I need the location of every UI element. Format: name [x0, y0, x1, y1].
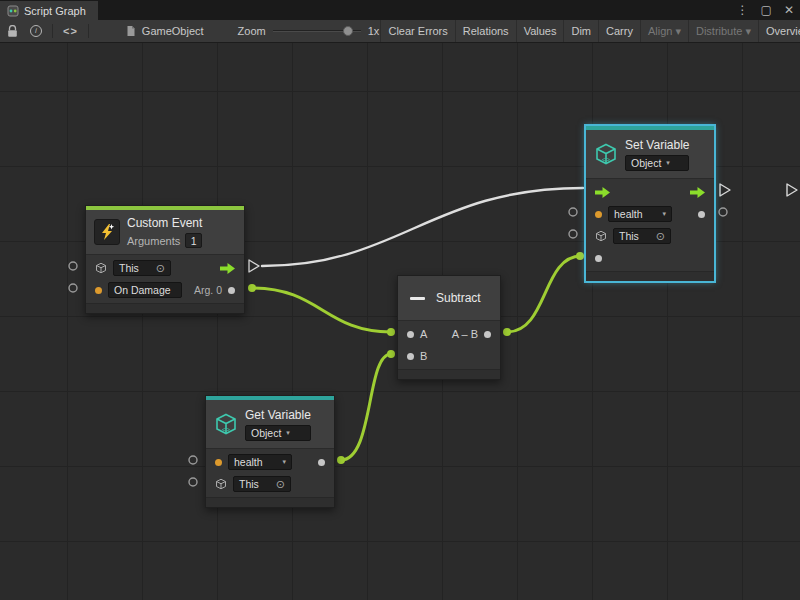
port-row-name: health ▾	[206, 451, 334, 473]
port-row-name: health ▾	[586, 203, 714, 225]
toolbar-button-align: Align ▾	[640, 20, 688, 43]
port-b-dot[interactable]	[407, 353, 414, 360]
port-value-in-dot[interactable]	[595, 255, 602, 262]
port-getvariable-out[interactable]	[337, 456, 345, 464]
node-title: Set Variable	[625, 138, 689, 152]
wire-flow-customevent-setvariable	[262, 188, 583, 266]
port-a-label: A	[420, 328, 427, 340]
toolbar-separator	[88, 24, 89, 38]
ghost-port[interactable]	[569, 208, 577, 216]
panel-menu-icon[interactable]: ⋮	[737, 2, 749, 18]
subtract-icon	[410, 297, 425, 300]
ghost-port[interactable]	[189, 478, 197, 486]
ghost-port[interactable]	[719, 208, 727, 216]
cube-icon	[95, 262, 107, 274]
port-subtract-a-in[interactable]	[387, 328, 395, 336]
this-value: This	[119, 262, 139, 274]
code-view-icon[interactable]: <>	[63, 25, 78, 37]
event-name-field[interactable]: On Damage	[108, 282, 182, 298]
variable-scope-dropdown[interactable]: Object ▾	[625, 155, 689, 171]
node-footer	[86, 303, 244, 313]
ghost-port[interactable]	[189, 456, 197, 464]
maximize-icon[interactable]: ▢	[761, 2, 772, 18]
port-subtract-out[interactable]	[503, 328, 511, 336]
port-value-out-dot[interactable]	[698, 211, 705, 218]
chevron-down-icon: ▾	[286, 429, 290, 437]
port-setvariable-value-in[interactable]	[576, 252, 584, 260]
target-picker-icon[interactable]: ⊙	[656, 231, 665, 241]
arguments-label: Arguments	[127, 235, 180, 247]
target-picker-icon[interactable]: ⊙	[156, 263, 165, 273]
this-value: This	[239, 478, 259, 490]
chevron-down-icon: ▾	[666, 159, 670, 167]
port-arg0-out[interactable]	[248, 284, 256, 292]
target-picker-icon[interactable]: ⊙	[276, 479, 285, 489]
this-field[interactable]: This ⊙	[613, 228, 671, 244]
node-title: Custom Event	[127, 216, 202, 230]
flow-in-arrow-icon[interactable]	[595, 187, 610, 198]
variable-name-value: health	[614, 208, 643, 220]
ghost-port[interactable]	[569, 230, 577, 238]
lightning-icon	[94, 219, 120, 245]
chevron-down-icon: ▾	[662, 210, 666, 218]
flow-out-port-custom-event[interactable]	[249, 260, 259, 272]
output-label: A – B	[452, 328, 478, 340]
port-row-a: A A – B	[398, 323, 500, 345]
wire-getvariable-subtract-b	[341, 354, 391, 460]
variable-scope-dropdown[interactable]: Object ▾	[245, 425, 311, 441]
node-custom-event[interactable]: Custom Event Arguments 1 This ⊙	[85, 205, 245, 314]
zoom-slider-handle[interactable]	[343, 26, 353, 36]
variable-name-dropdown[interactable]: health ▾	[228, 454, 292, 470]
variable-name-dropdown[interactable]: health ▾	[608, 206, 672, 222]
graph-canvas[interactable]: Custom Event Arguments 1 This ⊙	[0, 43, 800, 600]
port-row-object: This ⊙	[586, 225, 714, 247]
toolbar-button-clear-errors[interactable]: Clear Errors	[380, 20, 454, 43]
tab-title: Script Graph	[24, 5, 86, 17]
flow-port-edge[interactable]	[787, 184, 797, 196]
toolbar-button-overview[interactable]: Overview	[758, 20, 800, 43]
node-title: Get Variable	[245, 408, 311, 422]
toolbar-button-relations[interactable]: Relations	[455, 20, 516, 43]
this-field[interactable]: This ⊙	[113, 260, 171, 276]
svg-text:<>: <>	[602, 156, 610, 163]
info-icon[interactable]: i	[30, 25, 42, 37]
node-get-variable[interactable]: <> Get Variable Object ▾ health ▾	[205, 395, 335, 508]
port-b-label: B	[420, 350, 427, 362]
toolbar-button-distribute: Distribute ▾	[688, 20, 758, 43]
node-title: Subtract	[436, 291, 481, 305]
flow-out-port-set-variable[interactable]	[720, 184, 730, 196]
zoom-slider[interactable]	[273, 25, 361, 37]
flow-out-arrow-icon[interactable]	[690, 187, 705, 198]
lock-icon[interactable]	[7, 25, 18, 38]
tab-script-graph[interactable]: Script Graph	[0, 1, 98, 20]
arguments-field[interactable]: 1	[185, 233, 202, 248]
tab-strip: Script Graph ⋮ ▢ ✕	[0, 0, 800, 20]
gameobject-icon	[125, 25, 137, 37]
flow-out-arrow-icon[interactable]	[220, 263, 235, 274]
close-icon[interactable]: ✕	[784, 2, 794, 18]
svg-text:<>: <>	[222, 426, 230, 433]
graph-toolbar: i <> GameObject Zoom 1x Clear Errors Rel…	[0, 20, 800, 43]
port-value-out-dot[interactable]	[318, 459, 325, 466]
node-subtract[interactable]: Subtract A A – B B	[397, 275, 501, 380]
script-graph-icon	[7, 5, 19, 17]
node-set-variable[interactable]: <> Set Variable Object ▾	[585, 125, 715, 282]
port-arg0-dot[interactable]	[228, 287, 235, 294]
port-name-in[interactable]	[595, 211, 602, 218]
this-field[interactable]: This ⊙	[233, 476, 291, 492]
port-out-dot[interactable]	[484, 331, 491, 338]
toolbar-button-dim[interactable]: Dim	[563, 20, 598, 43]
variable-cube-icon: <>	[594, 142, 618, 166]
toolbar-button-carry[interactable]: Carry	[598, 20, 640, 43]
port-row-object: This ⊙	[206, 473, 334, 495]
ghost-port[interactable]	[69, 262, 77, 270]
toolbar-button-values[interactable]: Values	[516, 20, 564, 43]
variable-cube-icon: <>	[214, 412, 238, 436]
port-name-in[interactable]	[95, 287, 102, 294]
port-row-value-in	[586, 247, 714, 269]
port-a-dot[interactable]	[407, 331, 414, 338]
ghost-port[interactable]	[69, 284, 77, 292]
graph-target[interactable]: GameObject	[125, 25, 204, 37]
port-name-in[interactable]	[215, 459, 222, 466]
port-subtract-b-in[interactable]	[387, 350, 395, 358]
